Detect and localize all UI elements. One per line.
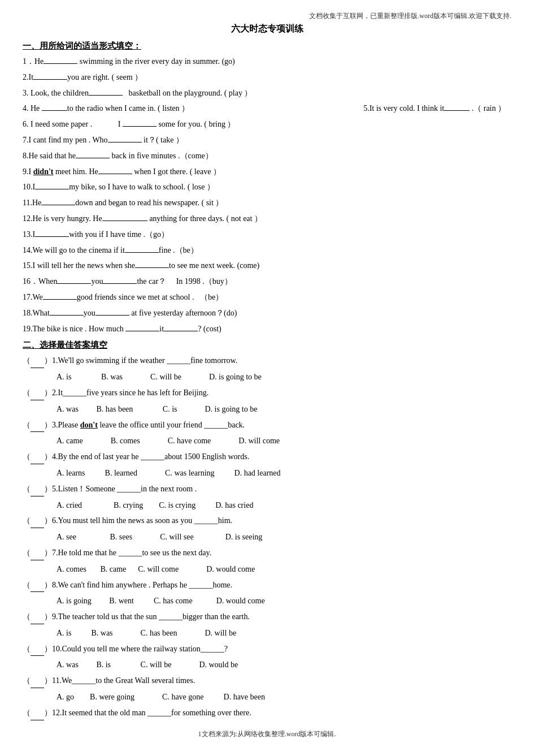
fill-item-2: 2.Ityou are right. ( seem ）: [23, 71, 511, 84]
fill-item-10: 10.Imy bike, so I have to walk to school…: [23, 180, 511, 194]
choice-options-2: A. was B. has been C. is D. is going to …: [57, 403, 511, 416]
main-title: 六大时态专项训练: [23, 23, 511, 35]
fill-item-14: 14.We will go to the cinema if itfine .（…: [23, 244, 511, 257]
choice-item-7: （ ）7.He told me that he ______to see us …: [23, 546, 511, 560]
choice-options-3: A. came B. comes C. have come D. will co…: [57, 434, 511, 448]
fill-item-18: 18.Whatyou at five yesterday afternoon？(…: [23, 306, 511, 320]
fill-item-15: 15.I will tell her the news when sheto s…: [23, 259, 511, 273]
choice-options-1: A. is B. was C. will be D. is going to b…: [57, 370, 511, 384]
fill-item-17: 17.Wegood friends since we met at school…: [23, 291, 511, 304]
fill-item-4-5: 4. He to the radio when I came in. ( lis…: [23, 102, 511, 115]
choice-options-8: A. is going B. went C. has come D. would…: [57, 594, 511, 608]
fill-item-16: 16．Whenyouthe car？ In 1998 .（buy）: [23, 275, 511, 288]
choice-options-11: A. go B. were going C. have gone D. have…: [57, 690, 511, 704]
choice-item-10: （ ）10.Could you tell me where the railwa…: [23, 642, 511, 656]
fill-item-1: 1．He swimming in the river every day in …: [23, 55, 511, 68]
choice-item-9: （ ）9.The teacher told us that the sun __…: [23, 610, 511, 624]
fill-item-7: 7.I cant find my pen . Who it？( take ）: [23, 133, 511, 147]
choice-options-7: A. comes B. came C. will come D. would c…: [57, 563, 511, 576]
choice-item-8: （ ）8.We can't find him anywhere . Perhap…: [23, 578, 511, 593]
choice-item-1: （ ）1.We'll go swimming if the weather __…: [23, 354, 511, 368]
section1-title: 一、用所给词的适当形式填空：: [23, 41, 511, 51]
fill-item-13: 13.Iwith you if I have time .（go）: [23, 228, 511, 241]
choice-options-9: A. is B. was C. has been D. will be: [57, 627, 511, 640]
choice-item-11: （ ）11.We______to the Great Wall several …: [23, 674, 511, 688]
fill-item-6: 6. I need some paper . I some for you. (…: [23, 118, 511, 131]
fill-item-11: 11.Hedown and began to read his newspape…: [23, 196, 511, 210]
choice-options-5: A. cried B. crying C. is crying D. has c…: [57, 499, 511, 512]
choice-options-6: A. see B. sees C. will see D. is seeing: [57, 530, 511, 544]
top-note: 文档收集于互联网，已重新整理排版.word版本可编辑.欢迎下载支持.: [23, 11, 511, 21]
fill-item-9: 9.I didn't meet him. He when I got there…: [23, 165, 511, 179]
section2-title: 二、选择最佳答案填空: [23, 340, 511, 351]
choice-options-4: A. learns B. learned C. was learning D. …: [57, 466, 511, 480]
fill-item-19: 19.The bike is nice . How much it? (cost…: [23, 322, 511, 336]
choice-item-6: （ ）6.You must tell him the news as soon …: [23, 514, 511, 528]
choice-item-12: （ ）12.It seemed that the old man ______f…: [23, 706, 511, 720]
fill-item-12: 12.He is very hungry. He anything for th…: [23, 212, 511, 226]
choice-item-5: （ ）5.Listen！Someone ______in the next ro…: [23, 482, 511, 496]
choice-options-10: A. was B. is C. will be D. would be: [57, 658, 511, 672]
choice-item-4: （ ）4.By the end of last year he ______ab…: [23, 450, 511, 464]
choice-item-2: （ ）2.It______five years since he has lef…: [23, 386, 511, 400]
fill-item-3: 3. Look, the children basketball on the …: [23, 87, 511, 100]
choice-item-3: （ ）3.Please don't leave the office until…: [23, 418, 511, 433]
footer-note: 1文档来源为:从网络收集整理.word版本可编辑.: [23, 729, 511, 739]
fill-item-8: 8.He said that he back in five minutes .…: [23, 149, 511, 163]
